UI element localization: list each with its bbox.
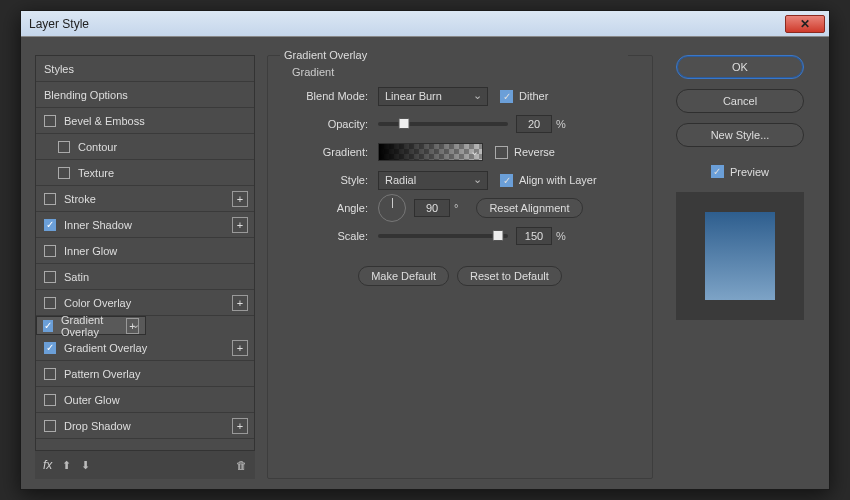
add-effect-icon[interactable]: + xyxy=(232,418,248,434)
style-label: Stroke xyxy=(64,193,96,205)
align-checkbox[interactable] xyxy=(500,174,513,187)
cancel-button[interactable]: Cancel xyxy=(676,89,804,113)
panel-heading: Gradient Overlay xyxy=(280,49,628,61)
style-checkbox[interactable] xyxy=(44,245,56,257)
style-label: Bevel & Emboss xyxy=(64,115,145,127)
style-label: Satin xyxy=(64,271,89,283)
style-label: Texture xyxy=(78,167,114,179)
add-effect-icon[interactable]: + xyxy=(232,295,248,311)
style-label: Color Overlay xyxy=(64,297,131,309)
trash-icon[interactable]: 🗑 xyxy=(236,459,247,471)
scale-label: Scale: xyxy=(286,230,378,242)
reset-alignment-button[interactable]: Reset Alignment xyxy=(476,198,582,218)
preview-checkbox[interactable] xyxy=(711,165,724,178)
preview-swatch xyxy=(705,212,775,300)
blend-mode-select[interactable]: Linear Burn xyxy=(378,87,488,106)
style-row-stroke[interactable]: Stroke+ xyxy=(36,186,254,212)
opacity-unit: % xyxy=(556,118,566,130)
angle-dial[interactable] xyxy=(378,194,406,222)
titlebar[interactable]: Layer Style ✕ xyxy=(21,11,829,37)
style-row-drop-shadow[interactable]: Drop Shadow+ xyxy=(36,413,254,439)
gradient-picker[interactable] xyxy=(378,143,483,161)
move-down-icon[interactable]: ⬇ xyxy=(81,459,90,472)
style-checkbox[interactable] xyxy=(58,167,70,179)
scale-thumb[interactable] xyxy=(492,230,503,241)
fx-icon[interactable]: fx xyxy=(43,458,52,472)
close-button[interactable]: ✕ xyxy=(785,15,825,33)
style-row-color-overlay[interactable]: Color Overlay+ xyxy=(36,290,254,316)
styles-sidebar: StylesBlending OptionsBevel & EmbossCont… xyxy=(35,55,255,479)
style-row-gradient-overlay[interactable]: Gradient Overlay+ xyxy=(36,316,146,335)
style-checkbox[interactable] xyxy=(44,271,56,283)
opacity-input[interactable]: 20 xyxy=(516,115,552,133)
scale-slider[interactable] xyxy=(378,234,508,238)
opacity-label: Opacity: xyxy=(286,118,378,130)
preview-label: Preview xyxy=(730,166,769,178)
style-label: Contour xyxy=(78,141,117,153)
style-checkbox[interactable] xyxy=(44,368,56,380)
style-checkbox[interactable] xyxy=(58,141,70,153)
style-checkbox[interactable] xyxy=(44,297,56,309)
reverse-checkbox[interactable] xyxy=(495,146,508,159)
scale-input[interactable]: 150 xyxy=(516,227,552,245)
reset-default-button[interactable]: Reset to Default xyxy=(457,266,562,286)
ok-button[interactable]: OK xyxy=(676,55,804,79)
style-label: Gradient Overlay xyxy=(64,342,147,354)
style-row-texture[interactable]: Texture xyxy=(36,160,254,186)
style-row-pattern-overlay[interactable]: Pattern Overlay xyxy=(36,361,254,387)
style-row-outer-glow[interactable]: Outer Glow xyxy=(36,387,254,413)
add-effect-icon[interactable]: + xyxy=(126,318,139,334)
style-row-styles[interactable]: Styles xyxy=(36,56,254,82)
layer-style-dialog: Layer Style ✕ StylesBlending OptionsBeve… xyxy=(20,10,830,490)
style-label: Gradient Overlay xyxy=(61,314,126,338)
window-title: Layer Style xyxy=(29,17,89,31)
make-default-button[interactable]: Make Default xyxy=(358,266,449,286)
style-select[interactable]: Radial xyxy=(378,171,488,190)
close-icon: ✕ xyxy=(800,17,810,31)
panel-subheading: Gradient xyxy=(292,66,634,78)
gradient-overlay-panel: Gradient Overlay Gradient Blend Mode: Li… xyxy=(267,55,653,479)
angle-unit: ° xyxy=(454,202,458,214)
style-label: Blending Options xyxy=(44,89,128,101)
style-row-blending-options[interactable]: Blending Options xyxy=(36,82,254,108)
gradient-label: Gradient: xyxy=(286,146,378,158)
style-checkbox[interactable] xyxy=(44,115,56,127)
dither-checkbox[interactable] xyxy=(500,90,513,103)
style-checkbox[interactable] xyxy=(44,420,56,432)
add-effect-icon[interactable]: + xyxy=(232,217,248,233)
style-row-gradient-overlay[interactable]: Gradient Overlay+ xyxy=(36,335,254,361)
style-checkbox[interactable] xyxy=(43,320,53,332)
add-effect-icon[interactable]: + xyxy=(232,340,248,356)
scale-unit: % xyxy=(556,230,566,242)
new-style-button[interactable]: New Style... xyxy=(676,123,804,147)
style-checkbox[interactable] xyxy=(44,342,56,354)
style-checkbox[interactable] xyxy=(44,219,56,231)
style-row-bevel-emboss[interactable]: Bevel & Emboss xyxy=(36,108,254,134)
style-row-inner-shadow[interactable]: Inner Shadow+ xyxy=(36,212,254,238)
style-row-inner-glow[interactable]: Inner Glow xyxy=(36,238,254,264)
angle-label: Angle: xyxy=(286,202,378,214)
style-label: Pattern Overlay xyxy=(64,368,140,380)
styles-list: StylesBlending OptionsBevel & EmbossCont… xyxy=(35,55,255,451)
style-label: Drop Shadow xyxy=(64,420,131,432)
sidebar-footer: fx ⬆ ⬇ 🗑 xyxy=(35,451,255,479)
opacity-slider[interactable] xyxy=(378,122,508,126)
opacity-thumb[interactable] xyxy=(399,118,410,129)
style-label: Inner Glow xyxy=(64,245,117,257)
style-row-satin[interactable]: Satin xyxy=(36,264,254,290)
style-label: Style: xyxy=(286,174,378,186)
move-up-icon[interactable]: ⬆ xyxy=(62,459,71,472)
preview-pane xyxy=(676,192,804,320)
style-value: Radial xyxy=(385,174,416,186)
dither-label: Dither xyxy=(519,90,548,102)
style-checkbox[interactable] xyxy=(44,394,56,406)
style-row-contour[interactable]: Contour xyxy=(36,134,254,160)
blend-mode-value: Linear Burn xyxy=(385,90,442,102)
align-label: Align with Layer xyxy=(519,174,597,186)
action-column: OK Cancel New Style... Preview xyxy=(665,55,815,479)
angle-input[interactable]: 90 xyxy=(414,199,450,217)
add-effect-icon[interactable]: + xyxy=(232,191,248,207)
blend-mode-label: Blend Mode: xyxy=(286,90,378,102)
style-checkbox[interactable] xyxy=(44,193,56,205)
style-label: Inner Shadow xyxy=(64,219,132,231)
